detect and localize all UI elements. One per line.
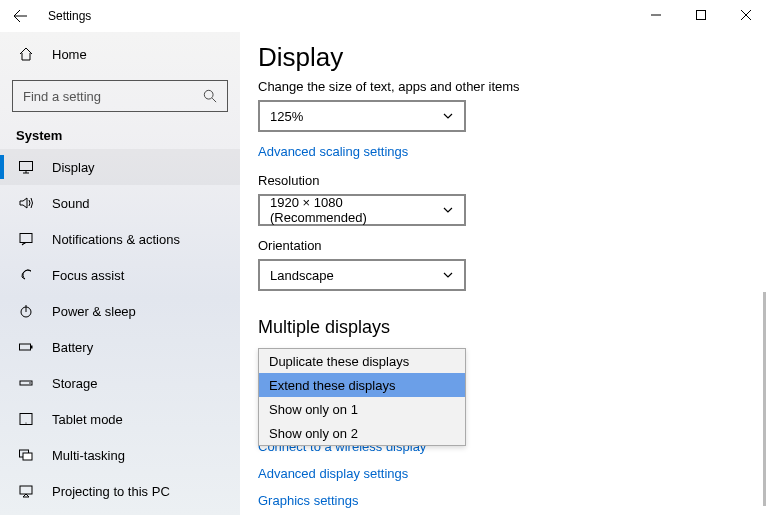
chevron-down-icon — [442, 110, 454, 122]
dropdown-option-extend[interactable]: Extend these displays — [259, 373, 465, 397]
resolution-dropdown[interactable]: 1920 × 1080 (Recommended) — [258, 194, 466, 226]
home-icon — [16, 46, 36, 62]
sidebar-item-label: Projecting to this PC — [52, 484, 170, 499]
svg-rect-3 — [20, 234, 32, 243]
sidebar-item-label: Storage — [52, 376, 98, 391]
sidebar-item-battery[interactable]: Battery — [0, 329, 240, 365]
page-title: Display — [258, 42, 768, 73]
resolution-label: Resolution — [258, 173, 768, 188]
minimize-button[interactable] — [633, 0, 678, 30]
sidebar-item-label: Power & sleep — [52, 304, 136, 319]
power-icon — [16, 303, 36, 319]
storage-icon — [16, 375, 36, 391]
maximize-button[interactable] — [678, 0, 723, 30]
sidebar-item-label: Battery — [52, 340, 93, 355]
sidebar-item-focus-assist[interactable]: Focus assist — [0, 257, 240, 293]
dropdown-option-show-1[interactable]: Show only on 1 — [259, 397, 465, 421]
sidebar-item-storage[interactable]: Storage — [0, 365, 240, 401]
sidebar-item-multitasking[interactable]: Multi-tasking — [0, 437, 240, 473]
orientation-label: Orientation — [258, 238, 768, 253]
svg-rect-0 — [696, 11, 705, 20]
orientation-value: Landscape — [270, 268, 334, 283]
sidebar-item-notifications[interactable]: Notifications & actions — [0, 221, 240, 257]
multiple-displays-dropdown-open[interactable]: Duplicate these displays Extend these di… — [258, 348, 466, 446]
home-button[interactable]: Home — [0, 36, 240, 72]
chevron-down-icon — [442, 269, 454, 281]
scale-value: 125% — [270, 109, 303, 124]
sidebar-item-label: Focus assist — [52, 268, 124, 283]
svg-rect-6 — [31, 346, 33, 349]
content-pane: Display Change the size of text, apps an… — [240, 32, 768, 515]
search-input[interactable]: Find a setting — [12, 80, 228, 112]
sidebar-item-label: Sound — [52, 196, 90, 211]
battery-icon — [16, 339, 36, 355]
home-label: Home — [52, 47, 87, 62]
dropdown-option-show-2[interactable]: Show only on 2 — [259, 421, 465, 445]
sidebar-item-projecting[interactable]: Projecting to this PC — [0, 473, 240, 509]
tablet-icon — [16, 411, 36, 427]
maximize-icon — [696, 10, 706, 20]
svg-point-8 — [29, 382, 31, 384]
svg-point-10 — [25, 422, 26, 423]
resolution-value: 1920 × 1080 (Recommended) — [270, 195, 442, 225]
svg-point-1 — [204, 90, 213, 99]
search-placeholder: Find a setting — [23, 89, 101, 104]
chevron-down-icon — [442, 204, 454, 216]
svg-rect-12 — [23, 453, 32, 460]
focus-assist-icon — [16, 267, 36, 283]
close-icon — [741, 10, 751, 20]
search-icon — [203, 89, 217, 103]
back-button[interactable] — [0, 0, 40, 32]
sound-icon — [16, 195, 36, 211]
back-arrow-icon — [12, 8, 28, 24]
sidebar-item-display[interactable]: Display — [0, 149, 240, 185]
sidebar-item-power-sleep[interactable]: Power & sleep — [0, 293, 240, 329]
sidebar-item-label: Notifications & actions — [52, 232, 180, 247]
svg-rect-5 — [20, 344, 31, 350]
advanced-scaling-link[interactable]: Advanced scaling settings — [258, 144, 768, 159]
close-button[interactable] — [723, 0, 768, 30]
svg-rect-13 — [20, 486, 32, 494]
sidebar-item-tablet-mode[interactable]: Tablet mode — [0, 401, 240, 437]
window-title: Settings — [40, 9, 91, 23]
sidebar-item-label: Display — [52, 160, 95, 175]
multiple-displays-heading: Multiple displays — [258, 317, 768, 338]
section-header: System — [0, 120, 240, 149]
advanced-display-link[interactable]: Advanced display settings — [258, 466, 426, 481]
scrollbar[interactable] — [763, 292, 766, 506]
sidebar: Home Find a setting System Display Sound… — [0, 32, 240, 515]
orientation-dropdown[interactable]: Landscape — [258, 259, 466, 291]
dropdown-option-duplicate[interactable]: Duplicate these displays — [259, 349, 465, 373]
sidebar-item-label: Multi-tasking — [52, 448, 125, 463]
sidebar-item-sound[interactable]: Sound — [0, 185, 240, 221]
projecting-icon — [16, 483, 36, 499]
display-icon — [16, 159, 36, 175]
sidebar-item-label: Tablet mode — [52, 412, 123, 427]
multitasking-icon — [16, 447, 36, 463]
scale-label: Change the size of text, apps and other … — [258, 79, 768, 94]
scale-dropdown[interactable]: 125% — [258, 100, 466, 132]
notifications-icon — [16, 231, 36, 247]
svg-rect-2 — [20, 162, 33, 171]
minimize-icon — [651, 10, 661, 20]
graphics-settings-link[interactable]: Graphics settings — [258, 493, 426, 508]
